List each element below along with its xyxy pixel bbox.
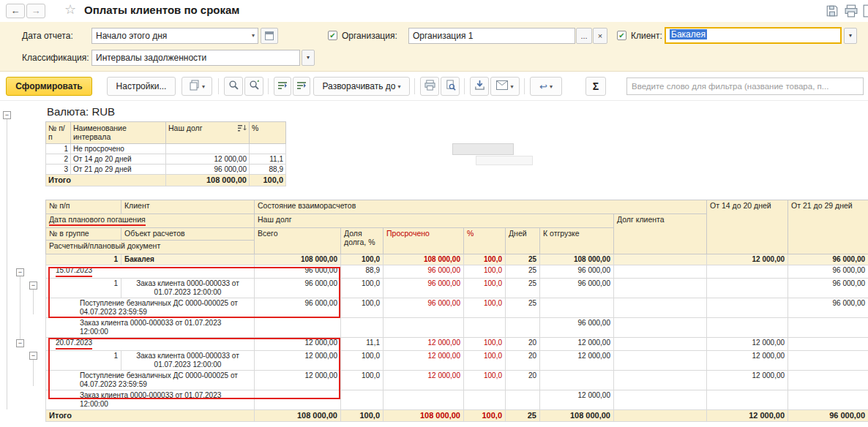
settings-button[interactable]: Настройки... [107,77,176,96]
history-button[interactable]: ↩ ▾ [530,77,562,96]
back-button[interactable]: ← [6,4,25,18]
table-cell[interactable]: 96 000,00 [788,410,868,422]
table-cell[interactable]: 108 000,00 [384,410,464,422]
table-cell[interactable]: 12 000,00 [707,338,788,351]
tree-collapse-icon[interactable]: − [29,281,37,290]
collapse-groups-button[interactable] [274,77,291,96]
table-cell[interactable] [614,351,707,371]
table-cell[interactable]: 12 000,00 [384,351,464,371]
forward-button[interactable]: → [26,4,45,18]
summary-cell[interactable]: 88,9 [250,165,286,175]
table-cell[interactable]: 25 [506,265,540,279]
organization-clear-button[interactable]: × [593,28,607,44]
table-cell[interactable]: 25 [506,298,540,318]
table-cell[interactable]: 100,0 [341,351,384,371]
table-cell[interactable] [707,390,788,410]
send-mail-button[interactable]: ▾ [490,77,520,96]
table-cell[interactable]: 96 000,00 [540,265,614,279]
save-result-button[interactable] [470,77,489,96]
summary-cell[interactable]: От 14 до 20 дней [71,154,166,165]
header-interval-21-29[interactable]: От 21 до 29 дней [788,200,868,254]
report-date-field[interactable]: Начало этого дня ▾ [91,28,258,44]
summary-cell[interactable] [166,144,250,154]
chevron-down-icon[interactable]: ▾ [252,29,255,43]
table-cell[interactable]: 100,0 [464,298,506,318]
summary-cell[interactable]: 1 [46,144,71,154]
table-cell[interactable]: 12 000,00 [384,338,464,351]
header-document[interactable]: Расчетный/плановый документ [46,241,255,254]
summary-cell[interactable] [250,144,286,154]
report-variants-button[interactable]: ▾ [182,77,212,96]
table-cell[interactable] [614,279,707,298]
table-cell[interactable] [788,338,868,351]
table-cell[interactable] [788,371,868,390]
summary-cell[interactable]: 2 [46,154,71,165]
table-cell[interactable]: 100,0 [464,338,506,351]
search-button[interactable] [224,77,243,96]
table-cell[interactable] [614,338,707,351]
print-icon[interactable] [845,4,858,18]
table-cell[interactable] [614,265,707,279]
table-cell[interactable] [464,390,506,410]
table-cell[interactable]: 20 [506,338,540,351]
summary-header-interval[interactable]: Наименование интервала [71,122,166,144]
table-cell[interactable] [614,410,707,422]
tree-collapse-icon[interactable]: − [16,339,24,347]
table-cell[interactable] [464,318,506,338]
table-cell[interactable]: 108 000,00 [384,254,464,265]
table-cell[interactable]: Заказ клиента 0000-000033 от 01.07.2023 … [46,318,255,338]
table-cell[interactable] [788,318,868,338]
table-cell[interactable]: 96 000,00 [788,265,868,279]
table-cell[interactable]: 12 000,00 [540,338,614,351]
table-cell[interactable]: 12 000,00 [540,390,614,410]
table-cell[interactable]: 25 [506,254,540,265]
header-client-debt[interactable]: Долг клиента [614,214,707,254]
header-settlement-object[interactable]: Объект расчетов [121,228,255,241]
header-state[interactable]: Состояние взаиморасчетов [255,200,707,214]
table-cell[interactable] [506,390,540,410]
classification-dropdown-button[interactable]: ▾ [302,50,315,66]
tree-collapse-icon[interactable]: − [3,111,11,119]
header-share[interactable]: Доля долга, % [341,228,384,254]
table-cell[interactable]: 20 [506,371,540,390]
table-cell[interactable]: 96 000,00 [788,298,868,318]
favorite-star-icon[interactable]: ☆ [64,1,76,18]
table-cell[interactable] [506,318,540,338]
table-cell[interactable]: 96 000,00 [540,318,614,338]
header-client[interactable]: Клиент [121,200,255,214]
table-cell[interactable]: 100,0 [464,351,506,371]
expand-to-button[interactable]: Разворачивать до▾ [313,77,410,96]
table-cell[interactable]: Бакалея [121,254,255,265]
header-overdue-pct[interactable]: % [464,228,506,254]
table-cell[interactable] [614,390,707,410]
table-cell[interactable]: 88,9 [341,265,384,279]
summary-header-debt[interactable]: Наш долг [166,122,250,144]
summary-total-value[interactable]: 108 000,00 [166,175,250,186]
header-total[interactable]: Всего [255,228,341,254]
summary-cell[interactable]: 11,1 [250,154,286,165]
table-cell[interactable] [614,371,707,390]
save-icon[interactable] [826,4,839,18]
table-cell[interactable]: 100,0 [464,410,506,422]
table-cell[interactable]: 100,0 [341,371,384,390]
table-cell[interactable] [707,318,788,338]
client-checkbox[interactable]: ✔ [617,31,626,40]
summary-total-label[interactable]: Итого [46,175,166,186]
calendar-button[interactable] [261,28,278,44]
header-overdue[interactable]: Просрочено [384,228,464,254]
table-cell[interactable]: 25 [506,279,540,298]
table-cell[interactable]: 100,0 [341,279,384,298]
table-cell[interactable]: 96 000,00 [384,279,464,298]
table-cell[interactable] [707,298,788,318]
table-cell[interactable] [341,390,384,410]
table-cell[interactable] [707,265,788,279]
generate-button[interactable]: Сформировать [6,77,92,96]
table-cell[interactable]: 12 000,00 [707,351,788,371]
table-cell[interactable]: 20 [506,351,540,371]
table-cell[interactable]: 11,1 [341,338,384,351]
table-cell[interactable]: 100,0 [341,254,384,265]
total-label[interactable]: Итого [46,410,255,422]
table-cell[interactable]: 96 000,00 [540,279,614,298]
table-cell[interactable] [255,318,341,338]
table-cell[interactable]: 108 000,00 [540,254,614,265]
